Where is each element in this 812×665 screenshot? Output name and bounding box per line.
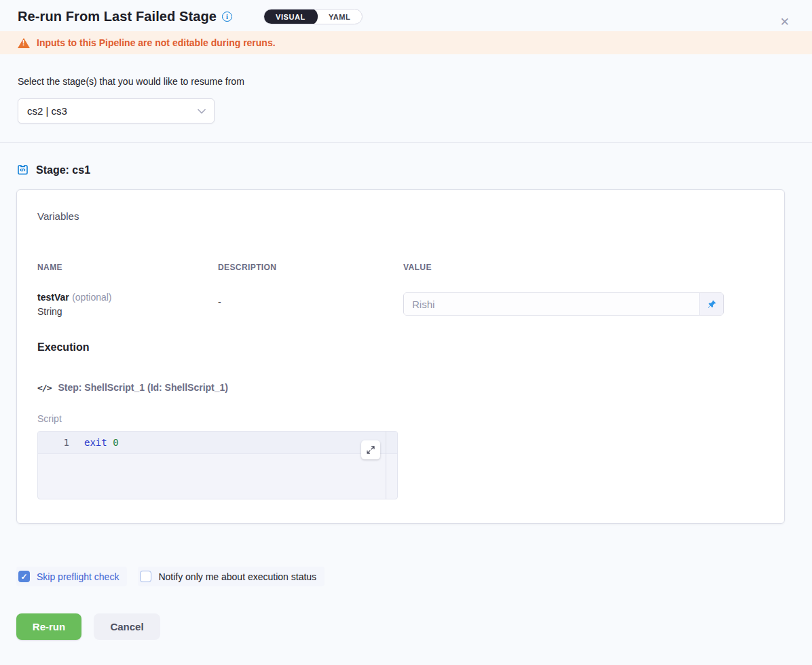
variable-type: String [37,306,218,317]
column-header-name: NAME [37,263,218,291]
stage-select-value: cs2 | cs3 [27,105,67,117]
step-row: </> Step: ShellScript_1 (Id: ShellScript… [37,382,764,393]
variable-name: testVar [37,292,69,303]
stage-select-dropdown[interactable]: cs2 | cs3 [18,98,215,124]
warning-icon [18,38,30,48]
expand-editor-button[interactable] [361,440,380,459]
stage-select-label: Select the stage(s) that you would like … [18,76,794,87]
code-content: exit 0 [69,437,119,448]
code-keyword: exit [84,437,107,448]
variable-optional-tag: (optional) [72,292,111,303]
footer-actions: Re-run Cancel [16,613,812,640]
variable-description: - [218,291,403,307]
code-argument: 0 [113,437,118,448]
variable-value-input[interactable] [404,293,699,315]
variables-heading: Variables [37,210,764,222]
modal-header: Re-run From Last Failed Stage i VISUAL Y… [0,0,812,31]
script-code-editor[interactable]: 1 exit 0 [37,431,398,499]
script-label: Script [37,413,764,424]
rerun-button[interactable]: Re-run [16,613,81,640]
variable-value-field [403,292,724,316]
warning-banner: Inputs to this Pipeline are not editable… [0,31,812,54]
tab-visual[interactable]: VISUAL [263,9,318,24]
column-header-value: VALUE [403,263,764,291]
execution-heading: Execution [37,341,764,354]
skip-preflight-checkbox[interactable]: ✓ Skip preflight check [16,567,127,586]
stage-title: Stage: cs1 [36,164,90,176]
pin-icon[interactable] [699,293,723,315]
info-icon[interactable]: i [222,12,232,22]
code-step-icon: </> [37,383,51,393]
checkbox-checked-icon[interactable]: ✓ [18,571,30,582]
notify-me-checkbox[interactable]: Notify only me about execution status [138,567,325,586]
table-row-name-cell: testVar (optional) String [37,291,218,317]
code-line: 1 exit 0 [38,432,397,454]
checkbox-unchecked-icon[interactable] [140,571,151,582]
page-title: Re-run From Last Failed Stage [18,9,217,24]
notify-me-label: Notify only me about execution status [158,571,316,582]
custom-stage-icon [16,164,29,176]
section-divider [0,142,812,143]
editor-scrollbar[interactable] [386,432,386,499]
line-number: 1 [38,437,69,448]
warning-text: Inputs to this Pipeline are not editable… [37,37,276,48]
skip-preflight-label: Skip preflight check [37,571,119,582]
visual-yaml-toggle: VISUAL YAML [263,9,363,24]
stage-heading: Stage: cs1 [16,164,794,176]
close-icon[interactable]: ✕ [780,16,790,28]
column-header-description: DESCRIPTION [218,263,403,291]
cancel-button[interactable]: Cancel [94,613,160,640]
tab-yaml[interactable]: YAML [317,9,363,24]
run-options: ✓ Skip preflight check Notify only me ab… [16,567,812,586]
step-label: Step: ShellScript_1 (Id: ShellScript_1) [58,382,228,393]
stage-select-section: Select the stage(s) that you would like … [0,54,812,142]
variables-table: NAME DESCRIPTION VALUE testVar (optional… [37,263,764,317]
stage-inputs-card: Variables NAME DESCRIPTION VALUE testVar… [16,189,785,524]
chevron-down-icon [198,109,206,114]
